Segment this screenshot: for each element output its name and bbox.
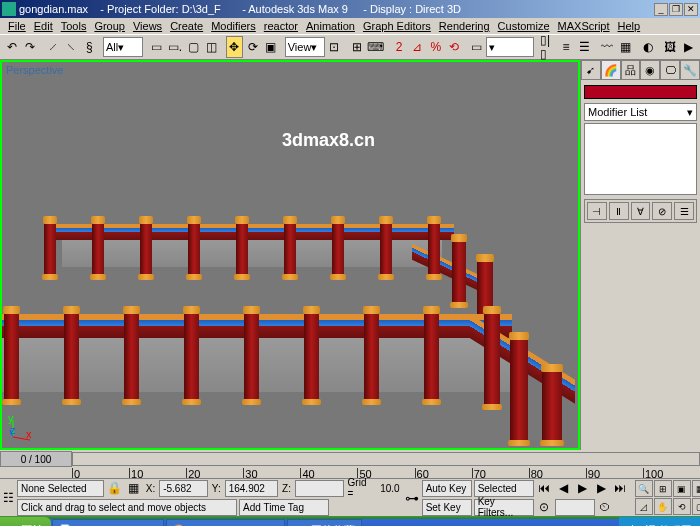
menu-customize[interactable]: Customize: [494, 20, 554, 32]
remove-modifier-button[interactable]: ⊘: [652, 202, 672, 220]
selection-filter-combo[interactable]: All ▾: [103, 37, 143, 57]
utilities-tab[interactable]: 🔧: [680, 60, 700, 80]
key-selset-combo[interactable]: Selected: [474, 480, 534, 497]
bind-spacewarp-button[interactable]: §: [81, 36, 98, 58]
selection-lock-button[interactable]: 🔒: [106, 480, 123, 497]
time-slider[interactable]: 0 / 100: [0, 450, 700, 468]
show-end-result-button[interactable]: Ⅱ: [609, 202, 629, 220]
menu-modifiers[interactable]: Modifiers: [207, 20, 260, 32]
named-selset-button[interactable]: ▭: [468, 36, 485, 58]
scale-button[interactable]: ▣: [262, 36, 279, 58]
menu-tools[interactable]: Tools: [57, 20, 91, 32]
trackbar-toggle-button[interactable]: ☷: [2, 487, 15, 509]
pan-button[interactable]: ✋: [654, 498, 672, 515]
spinner-snap-button[interactable]: ⟲: [446, 36, 463, 58]
taskbar-item[interactable]: 📁图片收藏: [287, 519, 362, 526]
time-track[interactable]: [72, 452, 700, 466]
menu-grapheditors[interactable]: Graph Editors: [359, 20, 435, 32]
modify-tab[interactable]: 🌈: [601, 60, 621, 80]
goto-end-button[interactable]: ⏭: [612, 480, 629, 497]
select-name-button[interactable]: ▭.: [166, 36, 183, 58]
redo-button[interactable]: ↷: [21, 36, 38, 58]
zoom-extents-all-button[interactable]: ▦: [692, 480, 700, 497]
zoom-all-button[interactable]: ⊞: [654, 480, 672, 497]
window-title: gongdian.max - Project Folder: D:\3d_F -…: [19, 3, 654, 15]
time-config-button[interactable]: ⏲: [597, 499, 614, 516]
menu-animation[interactable]: Animation: [302, 20, 359, 32]
motion-tab[interactable]: ◉: [640, 60, 660, 80]
fov-button[interactable]: ◿: [635, 498, 653, 515]
key-mode-button[interactable]: ⊶: [404, 481, 420, 515]
material-editor-button[interactable]: ◐: [639, 36, 656, 58]
undo-button[interactable]: ↶: [3, 36, 20, 58]
menu-group[interactable]: Group: [90, 20, 129, 32]
snap-angle-button[interactable]: ⊿: [409, 36, 426, 58]
menu-help[interactable]: Help: [614, 20, 645, 32]
align-button[interactable]: ≡: [557, 36, 574, 58]
layers-button[interactable]: ☰: [576, 36, 593, 58]
restore-button[interactable]: ❐: [669, 3, 683, 16]
maximize-viewport-button[interactable]: ▢: [692, 498, 700, 515]
z-coord-field[interactable]: [295, 480, 344, 497]
ref-coord-combo[interactable]: View ▾: [285, 37, 325, 57]
manipulate-button[interactable]: ⊞: [348, 36, 365, 58]
schematic-view-button[interactable]: ▦: [617, 36, 634, 58]
modifier-list-dropdown[interactable]: Modifier List▾: [584, 103, 697, 121]
make-unique-button[interactable]: ∀: [631, 202, 651, 220]
setkey-button[interactable]: Set Key: [422, 499, 472, 516]
keymode-toggle-button[interactable]: ⊙: [536, 499, 553, 516]
current-frame-field[interactable]: [555, 499, 595, 516]
link-button[interactable]: ⟋: [44, 36, 61, 58]
keyboard-shortcut-button[interactable]: ⌨: [366, 36, 385, 58]
mirror-button[interactable]: ▯|▯: [539, 36, 556, 58]
autokey-button[interactable]: Auto Key: [422, 480, 472, 497]
menu-views[interactable]: Views: [129, 20, 166, 32]
menu-edit[interactable]: Edit: [30, 20, 57, 32]
pin-stack-button[interactable]: ⊣: [587, 202, 607, 220]
named-selset-combo[interactable]: ▾: [486, 37, 534, 57]
start-button[interactable]: ⊞ 开始: [0, 517, 51, 526]
x-coord-field[interactable]: -5.682: [159, 480, 208, 497]
snap-percent-button[interactable]: %: [427, 36, 444, 58]
render-scene-button[interactable]: 🖼: [661, 36, 678, 58]
next-frame-button[interactable]: ▶: [593, 480, 610, 497]
create-tab[interactable]: ➹: [581, 60, 601, 80]
rotate-button[interactable]: ⟳: [244, 36, 261, 58]
time-tag-field[interactable]: Add Time Tag: [239, 499, 329, 516]
goto-start-button[interactable]: ⏮: [536, 480, 553, 497]
modifier-stack-list[interactable]: [584, 123, 697, 195]
use-center-button[interactable]: ⊡: [326, 36, 343, 58]
taskbar-item[interactable]: 📄gongdian.max ...: [52, 519, 164, 526]
menu-rendering[interactable]: Rendering: [435, 20, 494, 32]
perspective-viewport[interactable]: Perspective 3dmax8.cn: [0, 60, 580, 450]
menu-reactor[interactable]: reactor: [260, 20, 302, 32]
move-button[interactable]: ✥: [226, 36, 243, 58]
select-button[interactable]: ▭: [148, 36, 165, 58]
taskbar-item[interactable]: 🎨Adobe Photoshop: [166, 519, 284, 526]
hierarchy-tab[interactable]: 品: [621, 60, 641, 80]
menu-file[interactable]: File: [4, 20, 30, 32]
close-button[interactable]: ✕: [684, 3, 698, 16]
object-color-swatch[interactable]: [584, 85, 697, 99]
menu-maxscript[interactable]: MAXScript: [554, 20, 614, 32]
zoom-button[interactable]: 🔍: [635, 480, 653, 497]
display-tab[interactable]: 🖵: [660, 60, 680, 80]
snap-2d-button[interactable]: 2: [390, 36, 407, 58]
configure-sets-button[interactable]: ☰: [674, 202, 694, 220]
minimize-button[interactable]: _: [654, 3, 668, 16]
curve-editor-button[interactable]: 〰: [598, 36, 615, 58]
menu-create[interactable]: Create: [166, 20, 207, 32]
time-slider-thumb[interactable]: 0 / 100: [0, 451, 72, 467]
y-coord-field[interactable]: 164.902: [225, 480, 278, 497]
orbit-button[interactable]: ⟲: [673, 498, 691, 515]
unlink-button[interactable]: ⟍: [62, 36, 79, 58]
absolute-relative-button[interactable]: ▦: [125, 480, 142, 497]
select-region-button[interactable]: ▢: [185, 36, 202, 58]
quick-render-button[interactable]: ▶: [680, 36, 697, 58]
window-crossing-button[interactable]: ◫: [203, 36, 220, 58]
zoom-extents-button[interactable]: ▣: [673, 480, 691, 497]
system-tray[interactable]: 查S词 教程园: [619, 517, 700, 526]
prev-frame-button[interactable]: ◀: [555, 480, 572, 497]
play-button[interactable]: ▶: [574, 480, 591, 497]
keyfilters-button[interactable]: Key Filters...: [474, 499, 534, 516]
